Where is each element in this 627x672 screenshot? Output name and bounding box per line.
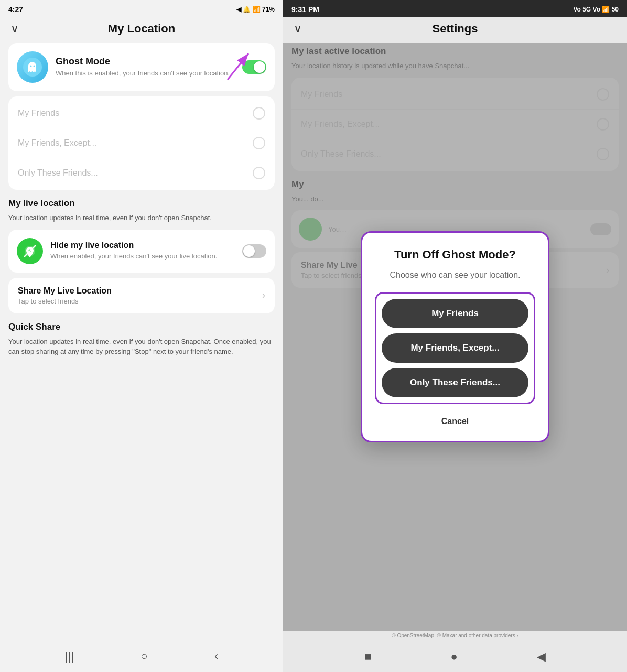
option-only-these-friends[interactable]: Only These Friends... [8, 158, 275, 188]
left-content: Ghost Mode When this is enabled, your fr… [0, 43, 283, 641]
left-panel: 4:27 ◀ 🔔 📶 71% ∨ My Location Ghost Mode … [0, 0, 283, 672]
back-button-right[interactable]: ∨ [294, 22, 302, 36]
modal-options-group: My Friends My Friends, Except... Only Th… [375, 292, 535, 404]
hide-live-desc: When enabled, your friends can't see you… [50, 252, 217, 261]
share-live-desc: Tap to select friends [18, 297, 112, 305]
radio-except[interactable] [253, 137, 265, 149]
share-card-text: Share My Live Location Tap to select fri… [18, 286, 112, 305]
live-location-title: My live location [8, 198, 275, 209]
nav-menu-icon[interactable]: ||| [65, 649, 74, 663]
live-location-desc: Your location updates in real time, even… [8, 213, 275, 223]
share-live-card[interactable]: Share My Live Location Tap to select fri… [8, 278, 275, 313]
nav-arrow-icon[interactable]: ◀ [537, 650, 546, 664]
ghost-text: Ghost Mode When this is enabled, your fr… [56, 56, 230, 78]
ghost-description: When this is enabled, your friends can't… [56, 69, 230, 78]
hide-live-title: Hide my live location [50, 241, 217, 250]
right-panel: 9:31 PM Vo 5G Vo 📶 50 ∨ Settings My last… [283, 0, 627, 672]
ghost-title: Ghost Mode [56, 56, 230, 67]
bottom-nav-right: ■ ● ◀ [283, 641, 627, 672]
arrow-annotation [217, 43, 259, 80]
option-my-friends-except[interactable]: My Friends, Except... [8, 128, 275, 158]
svg-point-1 [30, 66, 32, 67]
option-label-my-friends: My Friends [18, 109, 253, 118]
page-title-left: My Location [108, 22, 175, 36]
svg-point-2 [34, 66, 35, 67]
hide-live-text: Hide my live location When enabled, your… [50, 241, 217, 261]
share-chevron-icon: › [262, 290, 265, 301]
hide-live-card: Hide my live location When enabled, your… [8, 230, 275, 273]
turn-off-ghost-modal: Turn Off Ghost Mode? Choose who can see … [361, 231, 549, 442]
option-my-friends[interactable]: My Friends [8, 99, 275, 128]
modal-subtitle: Choose who can see your location. [375, 269, 535, 281]
options-card: My Friends My Friends, Except... Only Th… [8, 96, 275, 190]
signal-icons-left: ◀ 🔔 📶 71% [236, 6, 275, 13]
quick-share-desc: Your location updates in real time, even… [8, 337, 275, 357]
modal-my-friends-button[interactable]: My Friends [382, 299, 528, 328]
status-bar-left: 4:27 ◀ 🔔 📶 71% [0, 0, 283, 17]
right-content: My last active location Your location hi… [283, 43, 627, 631]
modal-overlay: Turn Off Ghost Mode? Choose who can see … [283, 43, 627, 631]
quick-share-title: Quick Share [8, 322, 275, 332]
svg-line-4 [228, 53, 248, 80]
radio-my-friends[interactable] [253, 107, 265, 120]
bottom-nav-left: ||| ○ ‹ [0, 641, 283, 672]
nav-home-icon[interactable]: ○ [140, 649, 147, 663]
time-left: 4:27 [8, 5, 23, 14]
time-right: 9:31 PM [291, 5, 319, 14]
share-live-title: Share My Live Location [18, 286, 112, 296]
hide-live-icon [17, 238, 43, 264]
modal-cancel-button[interactable]: Cancel [375, 413, 535, 430]
signal-icons-right: Vo 5G Vo 📶 50 [573, 6, 619, 13]
option-label-only: Only These Friends... [18, 168, 253, 178]
footer-text: © OpenStreetMap, © Maxar and other data … [283, 631, 627, 641]
status-bar-right: 9:31 PM Vo 5G Vo 📶 50 [283, 0, 627, 17]
nav-square-icon[interactable]: ■ [364, 650, 371, 664]
option-label-except: My Friends, Except... [18, 138, 253, 148]
nav-back-icon[interactable]: ‹ [214, 649, 218, 663]
status-icons-left: ◀ 🔔 📶 71% [236, 6, 275, 13]
ghost-mode-card[interactable]: Ghost Mode When this is enabled, your fr… [8, 43, 275, 91]
nav-circle-icon[interactable]: ● [450, 650, 457, 664]
modal-title: Turn Off Ghost Mode? [375, 247, 535, 263]
page-title-right: Settings [433, 22, 478, 36]
hide-live-toggle[interactable] [242, 244, 266, 258]
radio-only[interactable] [253, 167, 265, 179]
modal-except-button[interactable]: My Friends, Except... [382, 333, 528, 363]
right-header: ∨ Settings [283, 17, 627, 43]
status-icons-right: Vo 5G Vo 📶 50 [573, 6, 619, 13]
left-header: ∨ My Location [0, 17, 283, 43]
modal-only-friends-button[interactable]: Only These Friends... [382, 368, 528, 397]
back-button-left[interactable]: ∨ [10, 22, 19, 36]
ghost-avatar [17, 51, 48, 83]
